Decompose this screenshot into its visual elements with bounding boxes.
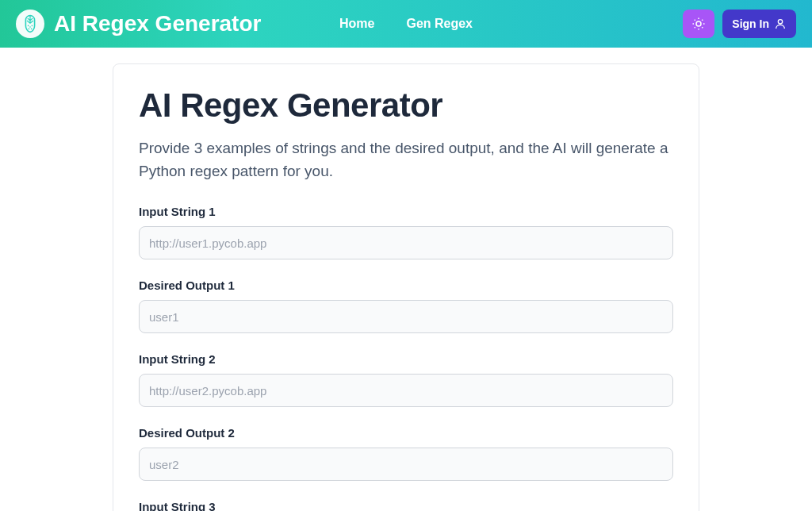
theme-toggle-button[interactable]	[683, 10, 714, 38]
svg-point-1	[29, 26, 31, 28]
label-desired-output-1: Desired Output 1	[139, 279, 673, 292]
page-subtitle: Provide 3 examples of strings and the de…	[139, 137, 673, 182]
brand-title[interactable]: AI Regex Generator	[54, 11, 261, 36]
signin-button[interactable]: Sign In	[722, 10, 796, 38]
svg-line-9	[703, 27, 703, 28]
page-title: AI Regex Generator	[139, 86, 673, 125]
label-input-string-2: Input String 2	[139, 352, 673, 366]
label-desired-output-2: Desired Output 2	[139, 426, 673, 440]
svg-line-12	[695, 27, 695, 28]
navbar: AI Regex Generator Home Gen Regex Sign I…	[0, 0, 812, 48]
card: AI Regex Generator Provide 3 examples of…	[113, 63, 699, 511]
sun-icon	[691, 17, 706, 31]
navbar-right: Sign In	[683, 10, 796, 38]
label-input-string-3: Input String 3	[139, 500, 673, 511]
nav-home[interactable]: Home	[339, 17, 374, 31]
svg-point-3	[29, 29, 30, 30]
svg-point-0	[28, 25, 29, 27]
input-string-1[interactable]	[139, 226, 673, 259]
form-group-output-2: Desired Output 2	[139, 426, 673, 481]
svg-point-4	[31, 29, 33, 30]
svg-line-8	[695, 20, 695, 21]
signin-label: Sign In	[732, 17, 769, 30]
main-container: AI Regex Generator Provide 3 examples of…	[97, 63, 715, 511]
desired-output-2[interactable]	[139, 448, 673, 481]
svg-point-2	[32, 25, 33, 27]
nav-gen-regex[interactable]: Gen Regex	[406, 17, 473, 31]
logo-icon[interactable]	[16, 10, 44, 38]
form-group-input-3: Input String 3	[139, 500, 673, 511]
navbar-center: Home Gen Regex	[339, 17, 473, 31]
desired-output-1[interactable]	[139, 300, 673, 333]
svg-point-5	[696, 21, 701, 26]
user-icon	[774, 17, 787, 30]
svg-point-14	[778, 20, 782, 24]
navbar-left: AI Regex Generator	[16, 10, 261, 38]
label-input-string-1: Input String 1	[139, 205, 673, 218]
form-group-input-1: Input String 1	[139, 205, 673, 259]
svg-line-13	[703, 20, 703, 21]
form-group-input-2: Input String 2	[139, 352, 673, 407]
form-group-output-1: Desired Output 1	[139, 279, 673, 333]
input-string-2[interactable]	[139, 374, 673, 407]
